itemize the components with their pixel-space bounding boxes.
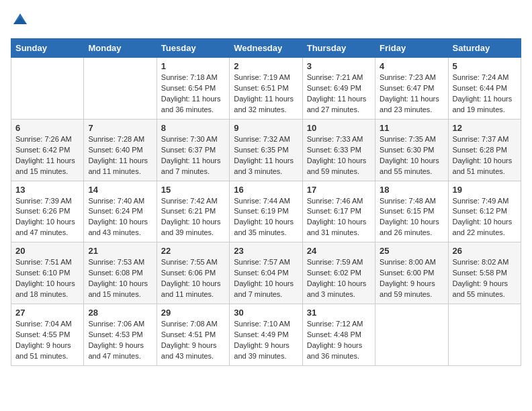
calendar-table: SundayMondayTuesdayWednesdayThursdayFrid… xyxy=(11,38,521,366)
day-number: 30 xyxy=(234,308,298,318)
day-info: Sunrise: 7:39 AMSunset: 6:26 PMDaylight:… xyxy=(15,196,79,239)
calendar-cell: 13Sunrise: 7:39 AMSunset: 6:26 PMDayligh… xyxy=(11,181,84,242)
logo xyxy=(11,11,28,30)
svg-marker-1 xyxy=(13,17,27,24)
day-number: 23 xyxy=(234,246,298,256)
day-info: Sunrise: 7:57 AMSunset: 6:04 PMDaylight:… xyxy=(234,257,298,300)
calendar-cell: 12Sunrise: 7:37 AMSunset: 6:28 PMDayligh… xyxy=(448,119,521,181)
day-header-wednesday: Wednesday xyxy=(230,39,302,58)
page-header xyxy=(11,11,521,30)
day-info: Sunrise: 7:59 AMSunset: 6:02 PMDaylight:… xyxy=(307,257,371,300)
day-info: Sunrise: 7:28 AMSunset: 6:40 PMDaylight:… xyxy=(88,134,152,177)
day-info: Sunrise: 7:08 AMSunset: 4:51 PMDaylight:… xyxy=(161,319,225,362)
calendar-cell: 31Sunrise: 7:12 AMSunset: 4:48 PMDayligh… xyxy=(302,304,375,366)
day-header-friday: Friday xyxy=(375,39,448,58)
day-info: Sunrise: 7:55 AMSunset: 6:06 PMDaylight:… xyxy=(161,257,225,300)
day-info: Sunrise: 7:19 AMSunset: 6:51 PMDaylight:… xyxy=(234,73,298,116)
calendar-cell: 1Sunrise: 7:18 AMSunset: 6:54 PMDaylight… xyxy=(157,58,229,120)
day-number: 3 xyxy=(307,61,371,71)
day-info: Sunrise: 7:10 AMSunset: 4:49 PMDaylight:… xyxy=(234,319,298,362)
day-number: 21 xyxy=(88,246,152,256)
calendar-cell: 24Sunrise: 7:59 AMSunset: 6:02 PMDayligh… xyxy=(302,242,375,304)
day-number: 29 xyxy=(161,308,225,318)
day-number: 24 xyxy=(307,246,371,256)
day-number: 12 xyxy=(453,123,517,133)
day-number: 26 xyxy=(453,246,517,256)
day-number: 19 xyxy=(453,185,517,195)
day-info: Sunrise: 7:18 AMSunset: 6:54 PMDaylight:… xyxy=(161,73,225,116)
day-info: Sunrise: 7:37 AMSunset: 6:28 PMDaylight:… xyxy=(453,134,517,177)
calendar-cell: 10Sunrise: 7:33 AMSunset: 6:33 PMDayligh… xyxy=(302,119,375,181)
day-number: 17 xyxy=(307,185,371,195)
calendar-cell: 25Sunrise: 8:00 AMSunset: 6:00 PMDayligh… xyxy=(375,242,448,304)
day-info: Sunrise: 7:24 AMSunset: 6:44 PMDaylight:… xyxy=(453,73,517,116)
calendar-cell xyxy=(84,58,157,120)
calendar-cell: 6Sunrise: 7:26 AMSunset: 6:42 PMDaylight… xyxy=(11,119,84,181)
day-header-tuesday: Tuesday xyxy=(157,39,229,58)
day-info: Sunrise: 8:02 AMSunset: 5:58 PMDaylight:… xyxy=(453,257,517,300)
day-number: 8 xyxy=(161,123,225,133)
day-number: 6 xyxy=(15,123,79,133)
calendar-cell: 5Sunrise: 7:24 AMSunset: 6:44 PMDaylight… xyxy=(448,58,521,120)
day-number: 4 xyxy=(380,61,443,71)
day-number: 15 xyxy=(161,185,225,195)
day-info: Sunrise: 7:53 AMSunset: 6:08 PMDaylight:… xyxy=(88,257,152,300)
calendar-cell: 17Sunrise: 7:46 AMSunset: 6:17 PMDayligh… xyxy=(302,181,375,242)
week-row-3: 13Sunrise: 7:39 AMSunset: 6:26 PMDayligh… xyxy=(11,181,521,242)
day-number: 7 xyxy=(88,123,152,133)
calendar-cell xyxy=(448,304,521,366)
day-info: Sunrise: 7:40 AMSunset: 6:24 PMDaylight:… xyxy=(88,196,152,239)
day-number: 28 xyxy=(88,308,152,318)
day-info: Sunrise: 8:00 AMSunset: 6:00 PMDaylight:… xyxy=(380,257,443,300)
day-number: 27 xyxy=(15,308,79,318)
day-number: 22 xyxy=(161,246,225,256)
day-info: Sunrise: 7:33 AMSunset: 6:33 PMDaylight:… xyxy=(307,134,371,177)
day-info: Sunrise: 7:04 AMSunset: 4:55 PMDaylight:… xyxy=(15,319,79,362)
day-number: 31 xyxy=(307,308,371,318)
calendar-cell: 16Sunrise: 7:44 AMSunset: 6:19 PMDayligh… xyxy=(230,181,302,242)
day-info: Sunrise: 7:30 AMSunset: 6:37 PMDaylight:… xyxy=(161,134,225,177)
day-info: Sunrise: 7:06 AMSunset: 4:53 PMDaylight:… xyxy=(88,319,152,362)
calendar-cell: 28Sunrise: 7:06 AMSunset: 4:53 PMDayligh… xyxy=(84,304,157,366)
day-info: Sunrise: 7:44 AMSunset: 6:19 PMDaylight:… xyxy=(234,196,298,239)
calendar-cell: 26Sunrise: 8:02 AMSunset: 5:58 PMDayligh… xyxy=(448,242,521,304)
day-number: 20 xyxy=(15,246,79,256)
week-row-4: 20Sunrise: 7:51 AMSunset: 6:10 PMDayligh… xyxy=(11,242,521,304)
day-number: 16 xyxy=(234,185,298,195)
day-info: Sunrise: 7:23 AMSunset: 6:47 PMDaylight:… xyxy=(380,73,443,116)
calendar-header-row: SundayMondayTuesdayWednesdayThursdayFrid… xyxy=(11,39,521,58)
day-header-thursday: Thursday xyxy=(302,39,375,58)
calendar-cell: 18Sunrise: 7:48 AMSunset: 6:15 PMDayligh… xyxy=(375,181,448,242)
calendar-cell: 2Sunrise: 7:19 AMSunset: 6:51 PMDaylight… xyxy=(230,58,302,120)
calendar-cell: 3Sunrise: 7:21 AMSunset: 6:49 PMDaylight… xyxy=(302,58,375,120)
day-header-saturday: Saturday xyxy=(448,39,521,58)
day-info: Sunrise: 7:51 AMSunset: 6:10 PMDaylight:… xyxy=(15,257,79,300)
calendar-cell: 15Sunrise: 7:42 AMSunset: 6:21 PMDayligh… xyxy=(157,181,229,242)
calendar-cell: 7Sunrise: 7:28 AMSunset: 6:40 PMDaylight… xyxy=(84,119,157,181)
calendar-cell: 29Sunrise: 7:08 AMSunset: 4:51 PMDayligh… xyxy=(157,304,229,366)
day-info: Sunrise: 7:48 AMSunset: 6:15 PMDaylight:… xyxy=(380,196,443,239)
calendar-cell: 23Sunrise: 7:57 AMSunset: 6:04 PMDayligh… xyxy=(230,242,302,304)
logo-icon xyxy=(12,11,28,27)
week-row-1: 1Sunrise: 7:18 AMSunset: 6:54 PMDaylight… xyxy=(11,58,521,120)
calendar-cell: 21Sunrise: 7:53 AMSunset: 6:08 PMDayligh… xyxy=(84,242,157,304)
day-number: 14 xyxy=(88,185,152,195)
calendar-cell: 9Sunrise: 7:32 AMSunset: 6:35 PMDaylight… xyxy=(230,119,302,181)
day-info: Sunrise: 7:26 AMSunset: 6:42 PMDaylight:… xyxy=(15,134,79,177)
day-info: Sunrise: 7:21 AMSunset: 6:49 PMDaylight:… xyxy=(307,73,371,116)
calendar-cell: 20Sunrise: 7:51 AMSunset: 6:10 PMDayligh… xyxy=(11,242,84,304)
week-row-2: 6Sunrise: 7:26 AMSunset: 6:42 PMDaylight… xyxy=(11,119,521,181)
calendar-cell: 19Sunrise: 7:49 AMSunset: 6:12 PMDayligh… xyxy=(448,181,521,242)
day-number: 13 xyxy=(15,185,79,195)
day-info: Sunrise: 7:42 AMSunset: 6:21 PMDaylight:… xyxy=(161,196,225,239)
day-number: 1 xyxy=(161,61,225,71)
day-info: Sunrise: 7:12 AMSunset: 4:48 PMDaylight:… xyxy=(307,319,371,362)
day-number: 10 xyxy=(307,123,371,133)
calendar-cell: 22Sunrise: 7:55 AMSunset: 6:06 PMDayligh… xyxy=(157,242,229,304)
calendar-cell: 14Sunrise: 7:40 AMSunset: 6:24 PMDayligh… xyxy=(84,181,157,242)
calendar-cell: 4Sunrise: 7:23 AMSunset: 6:47 PMDaylight… xyxy=(375,58,448,120)
day-info: Sunrise: 7:35 AMSunset: 6:30 PMDaylight:… xyxy=(380,134,443,177)
day-header-monday: Monday xyxy=(84,39,157,58)
calendar-cell: 11Sunrise: 7:35 AMSunset: 6:30 PMDayligh… xyxy=(375,119,448,181)
calendar-cell: 30Sunrise: 7:10 AMSunset: 4:49 PMDayligh… xyxy=(230,304,302,366)
